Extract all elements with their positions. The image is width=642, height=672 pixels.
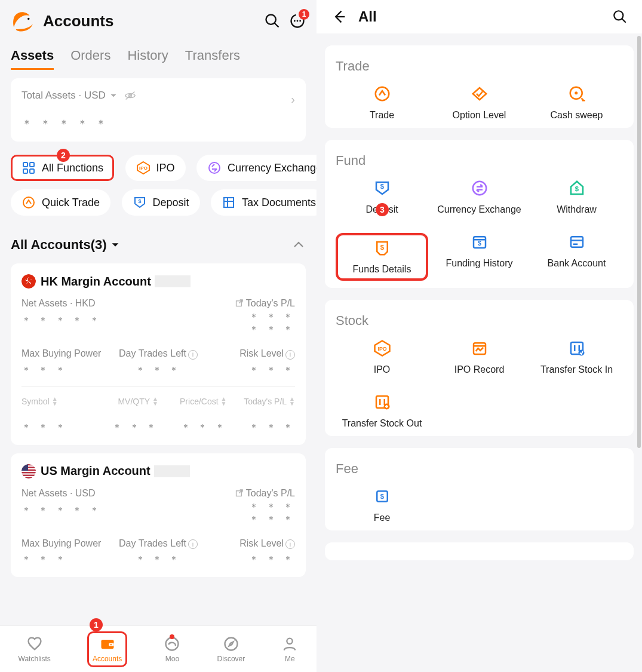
tab-orders[interactable]: Orders [70,48,110,70]
item-ipo[interactable]: IPOIPO [336,339,428,375]
cell-value: ＊ ＊ ＊ [90,422,159,434]
svg-line-8 [125,92,134,100]
svg-rect-31 [21,464,28,471]
svg-text:$: $ [575,185,579,192]
svg-rect-30 [21,477,36,478]
pl-pct-value: ＊ ＊ ＊ [235,514,295,526]
back-icon[interactable] [331,8,348,25]
sort-icon[interactable]: ▲▼ [52,397,58,406]
sweep-icon [568,85,586,103]
nav-moo[interactable]: Moo [164,636,180,663]
nav-discover[interactable]: Discover [217,636,245,663]
mbp-label: Max Buying Power [21,538,101,548]
section-more [325,542,634,560]
item-option-level[interactable]: Option Level [433,85,526,121]
info-icon[interactable]: i [188,350,198,360]
dtl-value: ＊ ＊ ＊ [113,554,204,566]
col-mvqty[interactable]: MV/QTY [118,397,150,406]
svg-rect-10 [30,162,34,167]
chip-label: All Functions [42,162,103,174]
account-card-us[interactable]: US Margin Account Net Assets · USD ＊ ＊ ＊… [11,453,306,578]
tab-assets[interactable]: Assets [11,48,54,70]
col-pl[interactable]: Today's P/L [244,397,287,406]
item-trade[interactable]: Trade [336,85,428,121]
info-icon[interactable]: i [285,350,295,360]
svg-point-16 [23,197,34,208]
info-icon[interactable]: i [285,539,295,549]
deposit-icon: $ [373,179,391,197]
chevron-up-icon[interactable] [291,238,306,252]
share-icon[interactable] [235,489,244,498]
share-icon[interactable] [235,299,244,308]
transfer-out-icon [373,393,391,411]
chat-icon[interactable]: 1 [289,13,306,29]
item-cash-sweep[interactable]: Cash sweep [530,85,623,121]
ipo-icon: IPO [136,161,150,175]
col-pricecost[interactable]: Price/Cost [180,397,219,406]
item-funding-history[interactable]: $Funding History [433,233,526,281]
search-icon[interactable] [264,13,281,29]
col-symbol[interactable]: Symbol [21,397,50,406]
wallet-icon [99,636,116,652]
nav-label: Moo [165,655,179,663]
table-icon [222,195,236,210]
svg-text:$: $ [380,493,384,500]
section-title: Trade [336,59,623,74]
hk-flag-icon [21,274,36,289]
item-currency-exchange[interactable]: Currency Exchange [433,179,526,215]
cell-value: ＊ ＊ ＊ [227,422,296,434]
nav-label: Accounts [93,655,122,663]
tab-history[interactable]: History [127,48,168,70]
accounts-pane: Accounts 1 Assets Orders History Transfe… [0,0,317,672]
scrollbar[interactable] [637,36,641,448]
nav-me[interactable]: Me [281,636,298,663]
rl-label: Risk Level [239,538,284,548]
chip-ipo[interactable]: IPO IPO [125,155,186,181]
bank-icon [568,233,586,251]
item-label: Transfer Stock In [540,364,613,375]
svg-rect-9 [23,162,27,167]
item-transfer-stock-out[interactable]: Transfer Stock Out [336,393,428,429]
chip-tax-documents[interactable]: Tax Documents [211,189,317,216]
nav-watchlists[interactable]: Watchlists [19,636,51,663]
item-fee[interactable]: $Fee [336,487,428,523]
net-assets-label: Net Assets · HKD [21,298,102,309]
chip-currency-exchange[interactable]: Currency Exchange [196,155,317,181]
item-label: Cash sweep [550,110,603,121]
chip-label: Deposit [153,197,189,209]
withdraw-icon: $ [568,179,586,197]
item-bank-account[interactable]: Bank Account [530,233,623,281]
cell-value: ＊ ＊ ＊ [21,422,90,434]
nav-accounts[interactable]: Accounts [87,631,127,667]
search-icon[interactable] [612,9,628,24]
trade-icon [21,195,36,210]
total-assets-card[interactable]: Total Assets · USD › ＊ ＊ ＊ ＊ ＊ [11,78,306,142]
dropdown-icon [110,240,120,250]
info-icon[interactable]: i [188,539,198,549]
sort-icon[interactable]: ▲▼ [221,397,227,406]
eye-off-icon[interactable] [124,89,137,102]
deposit-icon: $ [133,195,147,210]
item-funds-details[interactable]: $Funds Details [336,233,428,281]
person-icon [281,636,298,652]
sort-icon[interactable]: ▲▼ [289,397,295,406]
chip-quick-trade[interactable]: Quick Trade [11,189,110,216]
sort-icon[interactable]: ▲▼ [152,397,158,406]
callout-marker-1: 1 [90,618,103,631]
mbp-value: ＊ ＊ ＊ [21,554,113,566]
svg-point-0 [27,18,30,20]
item-transfer-stock-in[interactable]: Transfer Stock In [530,339,623,375]
dropdown-icon[interactable] [109,91,118,100]
section-fund: Fund $Deposit Currency Exchange $Withdra… [325,140,634,288]
chip-deposit[interactable]: $ Deposit [122,189,200,216]
rl-value: ＊ ＊ ＊ [204,554,295,566]
tab-transfers[interactable]: Transfers [185,48,240,70]
item-ipo-record[interactable]: IPO Record [433,339,526,375]
history-icon: $ [471,233,489,251]
account-card-hk[interactable]: HK Margin Account Net Assets · HKD ＊ ＊ ＊… [11,263,306,445]
all-accounts-header[interactable]: All Accounts(3) [0,224,317,255]
item-label: Funds Details [353,264,411,275]
svg-text:$: $ [138,198,141,204]
mbp-value: ＊ ＊ ＊ [21,364,113,377]
item-withdraw[interactable]: $Withdraw [530,179,623,215]
